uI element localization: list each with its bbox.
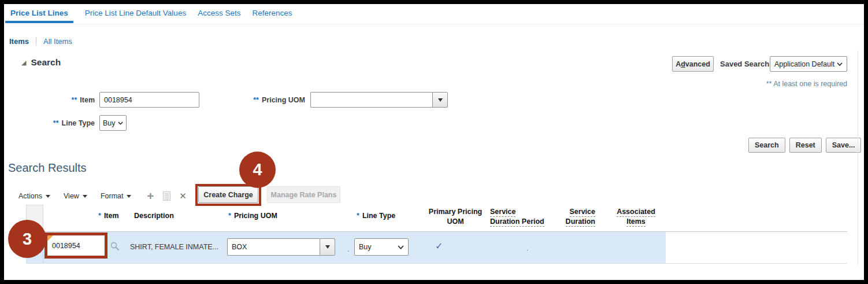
advanced-label-accesskey: d <box>681 60 685 68</box>
search-panel-header[interactable]: ◢ Search <box>21 57 61 68</box>
view-menu[interactable]: View <box>64 192 87 200</box>
row-pricing-uom-combobox: BOX <box>227 238 335 256</box>
column-item-label: Item <box>104 212 119 220</box>
column-assoc-line2: Items <box>626 217 646 227</box>
pricing-uom-input[interactable] <box>310 92 432 108</box>
column-header-item: *Item <box>98 212 119 220</box>
line-type-field-label: **Line Type <box>27 119 95 127</box>
required-note: ** At least one is required <box>640 80 847 88</box>
item-search-input[interactable] <box>99 92 199 108</box>
column-header-primary-pricing-uom: Primary Pricing UOM <box>418 207 492 227</box>
column-assoc-line1: Associated <box>617 208 655 217</box>
column-header-service-duration: Service Duration <box>541 207 595 227</box>
saved-search-select[interactable]: Application Default <box>770 56 847 72</box>
line-type-required-marker: ** <box>53 119 59 127</box>
column-header-pricing-uom: *Pricing UOM <box>228 212 277 220</box>
table-row-border <box>26 263 847 264</box>
line-type-value: Buy <box>103 119 116 127</box>
search-button[interactable]: Search <box>748 138 785 153</box>
row-item-input[interactable]: 0018954 <box>47 235 105 256</box>
tab-bar: Price List Lines Price List Line Default… <box>10 9 292 23</box>
row-line-type-value: Buy <box>359 243 372 251</box>
advanced-button[interactable]: Advanced <box>672 56 714 72</box>
add-icon[interactable]: + <box>147 190 154 202</box>
column-line-type-label: Line Type <box>362 212 395 220</box>
annotation-step-3: 3 <box>8 220 46 258</box>
column-header-description: Description <box>134 212 174 220</box>
delete-icon[interactable]: ✕ <box>179 191 187 201</box>
item-field-label: **Item <box>27 96 95 104</box>
tab-references[interactable]: References <box>252 9 292 23</box>
actions-menu[interactable]: Actions <box>18 192 50 200</box>
column-sdp-line2: Duration Period <box>490 217 544 227</box>
column-sdp-line1: Service <box>490 208 515 217</box>
subtab-divider <box>36 37 36 46</box>
row-pricing-uom-text: BOX <box>232 243 247 251</box>
create-charge-button[interactable]: Create Charge <box>198 186 258 203</box>
tab-price-list-lines[interactable]: Price List Lines <box>5 9 73 23</box>
format-menu[interactable]: Format <box>101 192 132 200</box>
subtab-all-items[interactable]: All Items <box>43 37 72 46</box>
app-page: Price List Lines Price List Line Default… <box>4 4 864 280</box>
view-menu-label: View <box>64 192 79 200</box>
subtab-bar: Items All Items <box>9 37 72 46</box>
dropdown-arrow-icon <box>438 98 443 102</box>
menu-arrow-icon <box>83 195 87 198</box>
chevron-down-icon <box>118 121 123 125</box>
column-pricing-uom-required-marker: * <box>228 212 231 220</box>
line-type-select[interactable]: Buy <box>99 115 127 131</box>
screenshot-frame: Price List Lines Price List Line Default… <box>0 0 868 284</box>
menu-arrow-icon <box>127 195 131 198</box>
search-panel-title: Search <box>31 57 61 68</box>
row-pricing-uom-dropdown-button[interactable] <box>320 238 335 256</box>
search-results-title: Search Results <box>8 161 87 175</box>
save-button[interactable]: Save... <box>826 138 862 153</box>
saved-search-value: Application Default <box>774 60 834 68</box>
results-toolbar: Actions View Format + ✕ <box>18 188 199 204</box>
tab-access-sets[interactable]: Access Sets <box>198 9 240 23</box>
tab-price-list-line-default-values[interactable]: Price List Line Default Values <box>85 9 186 23</box>
column-header-line-type: *Line Type <box>357 212 395 220</box>
menu-arrow-icon <box>46 195 50 198</box>
chevron-down-icon <box>837 62 843 66</box>
pricing-uom-required-marker: ** <box>253 96 259 104</box>
column-line-type-required-marker: * <box>357 212 359 220</box>
check-icon: ✓ <box>435 241 443 252</box>
column-header-associated-items: Associated Items <box>609 207 663 227</box>
pricing-uom-dropdown-button[interactable] <box>432 92 448 108</box>
row-pricing-uom-value[interactable]: BOX <box>227 238 320 256</box>
annotation-box-item-value: 0018954 <box>44 233 107 259</box>
format-menu-label: Format <box>101 192 124 200</box>
actions-menu-label: Actions <box>18 192 42 200</box>
annotation-step-4-number: 4 <box>253 160 262 179</box>
row-separator-dot: . <box>347 245 349 253</box>
disclosure-triangle-icon: ◢ <box>21 60 26 66</box>
item-label-text: Item <box>80 96 95 104</box>
table-row[interactable] <box>26 232 666 263</box>
column-primary-line1: Primary Pricing <box>418 207 492 217</box>
column-pricing-uom-label: Pricing UOM <box>234 212 277 220</box>
subtab-items[interactable]: Items <box>9 37 29 46</box>
pricing-uom-field-label: **Pricing UOM <box>235 96 305 104</box>
row-service-duration-dot: . <box>526 244 528 252</box>
reset-button[interactable]: Reset <box>789 138 822 153</box>
search-icon[interactable] <box>110 241 120 254</box>
advanced-label-pre: A <box>676 60 681 68</box>
manage-rate-plans-button: Manage Rate Plans <box>267 186 340 203</box>
row-line-type-select[interactable]: Buy <box>354 238 409 256</box>
duplicate-icon[interactable] <box>163 191 170 201</box>
row-description: SHIRT, FEMALE INMATE... <box>130 243 218 251</box>
search-action-buttons: Search Reset Save... <box>748 138 861 153</box>
pricing-uom-label-text: Pricing UOM <box>262 96 305 104</box>
saved-search-label: Saved Search <box>720 60 769 68</box>
row-item-value: 0018954 <box>52 242 80 250</box>
pricing-uom-combobox <box>310 92 448 108</box>
column-sd-line1: Service <box>570 208 595 217</box>
column-item-required-marker: * <box>98 212 101 220</box>
chevron-down-icon <box>398 245 404 249</box>
line-type-label-text: Line Type <box>62 119 95 127</box>
item-required-marker: ** <box>72 96 77 104</box>
tabbar-divider <box>4 24 864 24</box>
column-sd-line2: Duration <box>566 217 595 227</box>
advanced-label-post: vanced <box>685 60 710 68</box>
